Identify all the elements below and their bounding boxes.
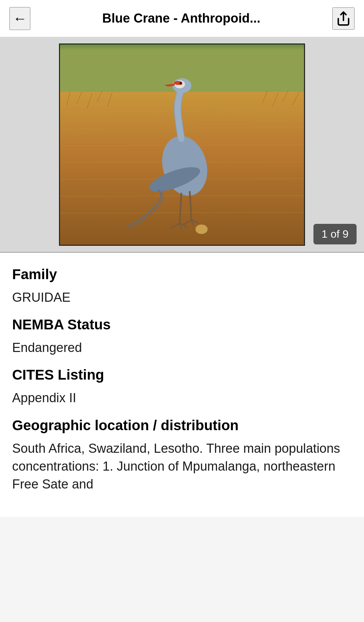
family-value: GRUIDAE: [12, 289, 352, 306]
geo-value: South Africa, Swaziland, Lesotho. Three …: [12, 440, 352, 494]
back-arrow-icon: ←: [13, 10, 27, 27]
cites-value: Appendix II: [12, 389, 352, 407]
family-section: Family GRUIDAE: [12, 266, 352, 306]
family-label: Family: [12, 266, 352, 283]
page-title: Blue Crane - Anthropoid...: [30, 11, 332, 26]
app-header: ← Blue Crane - Anthropoid...: [0, 0, 364, 37]
nemba-value: Endangered: [12, 339, 352, 357]
svg-point-34: [195, 225, 208, 234]
share-icon: [336, 11, 351, 26]
svg-point-25: [180, 82, 182, 84]
back-button[interactable]: ←: [9, 7, 30, 30]
cites-section: CITES Listing Appendix II: [12, 367, 352, 407]
geo-section: Geographic location / distribution South…: [12, 417, 352, 494]
nemba-section: NEMBA Status Endangered: [12, 317, 352, 357]
content-area: Family GRUIDAE NEMBA Status Endangered C…: [0, 253, 364, 517]
image-counter: 1 of 9: [313, 224, 357, 244]
share-button[interactable]: [332, 7, 355, 30]
crane-image: [60, 45, 305, 246]
nemba-label: NEMBA Status: [12, 317, 352, 333]
image-gallery[interactable]: 1 of 9: [0, 37, 364, 253]
cites-label: CITES Listing: [12, 367, 352, 383]
image-container: [59, 43, 305, 246]
geo-label: Geographic location / distribution: [12, 417, 352, 434]
